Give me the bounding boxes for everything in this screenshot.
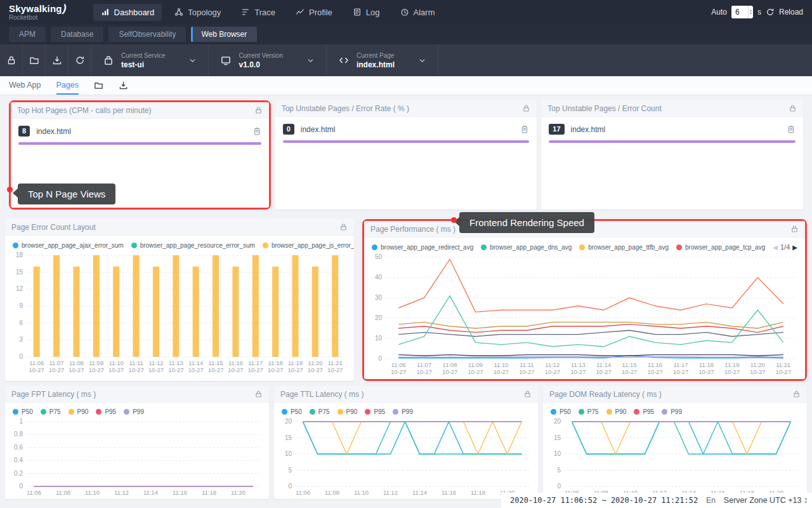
selector-value: v1.0.0 [239, 60, 282, 69]
lock-button[interactable] [0, 44, 23, 76]
tab-pages[interactable]: Pages [56, 76, 79, 95]
legend-item[interactable]: P50 [551, 408, 571, 415]
tab-apm[interactable]: APM [9, 27, 46, 42]
export-icon[interactable] [119, 81, 128, 90]
card-ttl-latency-chart: Page TTL Latency ( ms ) P50P75P90P95P99 … [274, 386, 538, 499]
nav-item-log[interactable]: Log [345, 4, 388, 21]
download-icon [52, 55, 62, 65]
legend-item[interactable]: P95 [634, 408, 654, 415]
legend-item[interactable]: browser_app_page_ttfb_avg [579, 244, 669, 251]
svg-text:11:06: 11:06 [296, 489, 310, 496]
legend-label: browser_app_page_redirect_avg [381, 244, 473, 251]
legend-item[interactable]: browser_app_page_redirect_avg [372, 244, 473, 251]
legend-item[interactable]: P90 [606, 408, 627, 415]
lock-icon[interactable] [254, 390, 263, 398]
lock-icon[interactable] [789, 104, 797, 112]
lock-icon[interactable] [522, 104, 530, 112]
reload-icon[interactable] [766, 8, 775, 17]
pager-prev-icon[interactable]: ◀ [773, 244, 778, 251]
legend-item[interactable]: P95 [365, 408, 385, 415]
svg-text:18: 18 [16, 251, 23, 258]
nav-item-topology[interactable]: Topology [167, 4, 228, 21]
current-page-selector[interactable]: Current Page index.html [327, 44, 438, 76]
clipboard-icon[interactable] [787, 125, 796, 134]
current-service-selector[interactable]: Current Service test-ui [91, 44, 209, 76]
legend-item[interactable]: P99 [393, 408, 413, 415]
svg-text:11:08: 11:08 [325, 489, 339, 496]
svg-text:11:21: 11:21 [328, 359, 343, 366]
lock-icon[interactable] [254, 106, 263, 114]
legend-item[interactable]: P75 [41, 408, 61, 415]
nav-item-trace[interactable]: Trace [233, 4, 283, 21]
page-entry[interactable]: 17 index.html [541, 117, 803, 143]
legend-item[interactable]: browser_app_page_js_error_sum [263, 242, 354, 249]
export-button[interactable] [46, 44, 69, 76]
svg-text:10-27: 10-27 [29, 366, 44, 373]
interval-stepper[interactable]: ▴▾ [748, 6, 753, 18]
tab-web-browser[interactable]: Web Browser [191, 27, 257, 42]
refresh-button[interactable] [69, 44, 91, 76]
svg-text:10-27: 10-27 [391, 368, 406, 375]
error-count-bar-chart: 036912151811:0610-2711:0710-2711:0810-27… [5, 250, 354, 377]
legend-dot-icon [634, 409, 639, 415]
annotation-dot [7, 187, 13, 192]
legend-item[interactable]: browser_app_page_ajax_error_sum [13, 242, 124, 249]
legend-item[interactable]: P90 [337, 408, 358, 415]
nav-item-dashboard[interactable]: Dashboard [93, 4, 162, 21]
legend-item[interactable]: P75 [310, 408, 330, 415]
lock-icon[interactable] [792, 390, 801, 398]
nav-item-alarm[interactable]: Alarm [393, 4, 443, 21]
tab-web-app[interactable]: Web App [9, 76, 41, 95]
import-button[interactable] [23, 44, 46, 76]
legend-item[interactable]: P99 [662, 408, 682, 415]
server-zone-label[interactable]: Server Zone UTC +13 [724, 496, 802, 505]
legend-item[interactable]: browser_app_page_tcp_avg [676, 244, 765, 251]
nav-item-profile[interactable]: Profile [288, 4, 340, 21]
legend-label: P95 [374, 408, 385, 415]
svg-text:11:20: 11:20 [231, 489, 246, 496]
legend-item[interactable]: P50 [13, 408, 33, 415]
svg-text:10-27: 10-27 [673, 368, 688, 375]
pager-next-icon[interactable]: ▶ [792, 244, 797, 251]
svg-text:10-27: 10-27 [622, 368, 637, 375]
language-toggle[interactable]: En [706, 496, 716, 505]
time-range-picker[interactable]: 2020-10-27 11:06:52 ~ 2020-10-27 11:21:5… [510, 496, 698, 505]
current-version-selector[interactable]: Current Version v1.0.0 [209, 44, 326, 76]
svg-text:10-27: 10-27 [698, 368, 714, 375]
tab-database[interactable]: Database [51, 27, 103, 42]
zone-stepper[interactable]: ▴▾ [804, 497, 807, 504]
legend-dot-icon [282, 409, 287, 415]
svg-text:11:16: 11:16 [648, 361, 662, 368]
legend-dot-icon [551, 409, 556, 415]
clipboard-icon[interactable] [520, 125, 529, 134]
legend-item[interactable]: P95 [96, 408, 116, 415]
svg-text:0: 0 [288, 483, 292, 490]
legend-item[interactable]: P75 [579, 408, 599, 415]
lock-icon[interactable] [790, 225, 799, 233]
card-page-performance-chart: Page Performance ( ms ) browser_app_page… [362, 219, 807, 381]
legend-item[interactable]: P90 [69, 408, 89, 415]
svg-text:11:18: 11:18 [202, 489, 216, 496]
reload-label[interactable]: Reload [779, 8, 803, 17]
auto-interval-input[interactable] [731, 6, 748, 18]
app-logo[interactable]: Skywalking) Rocketbot [9, 3, 67, 21]
svg-text:11:10: 11:10 [109, 359, 124, 366]
legend-item[interactable]: browser_app_page_resource_error_sum [131, 242, 255, 249]
legend-item[interactable]: P50 [282, 408, 302, 415]
legend-dot-icon [124, 409, 129, 415]
page-entry[interactable]: 8 index.html [11, 119, 269, 145]
legend-item[interactable]: browser_app_page_dns_avg [481, 244, 572, 251]
lock-icon[interactable] [339, 223, 348, 231]
time-range-bar: 2020-10-27 11:06:52 ~ 2020-10-27 11:21:5… [501, 493, 812, 508]
dashboard-group-tabs: APM Database SelfObservability Web Brows… [0, 24, 812, 44]
legend-item[interactable]: P99 [124, 408, 144, 415]
legend-dot-icon [372, 244, 377, 250]
card-top-hot-pages: Top Hot Pages (CPM - calls per minute) 8… [9, 100, 271, 210]
svg-text:11:12: 11:12 [383, 489, 398, 496]
lock-icon[interactable] [523, 390, 532, 398]
tab-selfobservability[interactable]: SelfObservability [108, 27, 186, 42]
folder-icon[interactable] [94, 81, 103, 90]
clipboard-icon[interactable] [252, 127, 261, 136]
page-entry[interactable]: 0 index.html [275, 117, 537, 143]
svg-text:11:10: 11:10 [354, 489, 369, 496]
